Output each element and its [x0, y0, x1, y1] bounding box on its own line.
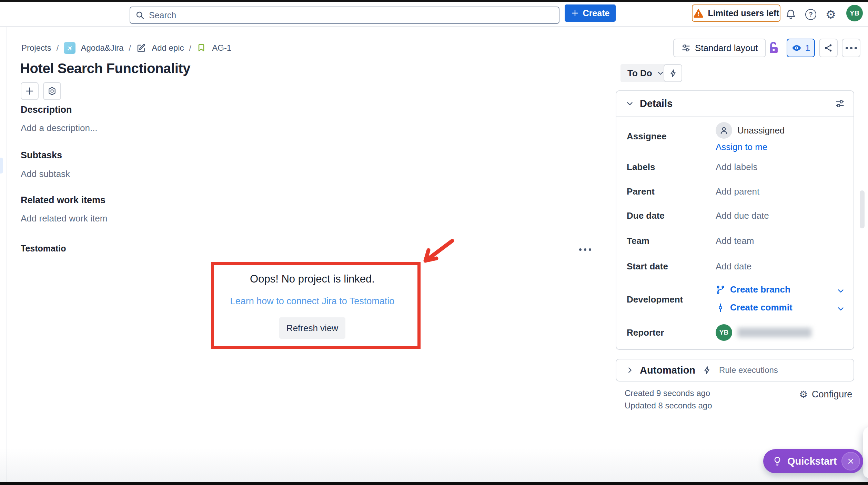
- rule-executions-link[interactable]: Rule executions: [719, 365, 778, 375]
- breadcrumb: Projects / ✈ Agoda&Jira / Add epic / AG-…: [21, 41, 231, 55]
- user-avatar-initials: YB: [850, 9, 859, 17]
- hexagon-target-icon: [47, 86, 57, 96]
- lightning-icon: [702, 366, 711, 375]
- add-subtask[interactable]: Add subtask: [21, 169, 70, 179]
- plus-icon: [571, 9, 579, 17]
- window-bottom-bar: [0, 482, 868, 485]
- branch-icon: [716, 285, 725, 295]
- warning-icon: [693, 8, 704, 18]
- automation-title: Automation: [640, 365, 695, 376]
- reporter-value[interactable]: YB: [716, 324, 811, 341]
- create-branch-row: Create branch: [716, 284, 790, 295]
- connect-help-link[interactable]: Learn how to connect Jira to Testomatio: [230, 296, 395, 307]
- testomatio-error-box: Oops! No project is linked. Learn how to…: [211, 262, 421, 349]
- sidebar-expand-tab[interactable]: [0, 158, 3, 174]
- breadcrumb-project-name[interactable]: Agoda&Jira: [81, 43, 123, 53]
- parent-label: Parent: [627, 185, 655, 198]
- breadcrumb-issue-key[interactable]: AG-1: [212, 43, 231, 53]
- related-items-heading: Related work items: [21, 195, 105, 206]
- more-actions-button[interactable]: [842, 39, 860, 57]
- team-value[interactable]: Add team: [716, 235, 754, 247]
- notifications-button[interactable]: [783, 7, 798, 22]
- reporter-name-redacted: [737, 328, 811, 337]
- scrollbar-thumb[interactable]: [860, 190, 865, 228]
- create-button-label: Create: [583, 8, 610, 18]
- assign-to-me-link[interactable]: Assign to me: [716, 141, 767, 153]
- start-date-value[interactable]: Add date: [716, 260, 751, 273]
- jira-issue-page: Create Limited users left ? ⚙ YB Project…: [0, 0, 868, 485]
- chevron-down-icon: [625, 99, 634, 108]
- breadcrumb-projects[interactable]: Projects: [21, 43, 51, 53]
- status-label: To Do: [627, 68, 652, 79]
- quickstart-label: Quickstart: [787, 456, 837, 467]
- quickstart-panel-edge: [863, 427, 868, 478]
- start-date-label: Start date: [627, 260, 668, 273]
- add-related-item[interactable]: Add related work item: [21, 213, 107, 224]
- watchers-count: 1: [805, 43, 810, 53]
- configure-button[interactable]: ⚙ Configure: [799, 389, 852, 400]
- bookmark-icon: [196, 43, 207, 53]
- search-icon: [135, 10, 145, 20]
- assignee-label: Assignee: [627, 130, 667, 142]
- create-commit-label: Create commit: [730, 302, 793, 313]
- due-date-value[interactable]: Add due date: [716, 209, 769, 222]
- global-search: [130, 7, 559, 24]
- close-icon[interactable]: [841, 452, 860, 471]
- create-commit-row: Create commit: [716, 302, 793, 313]
- question-icon: ?: [805, 9, 816, 20]
- reporter-avatar-initials: YB: [719, 329, 728, 336]
- updated-timestamp: Updated 8 seconds ago: [625, 401, 712, 410]
- chevron-down-icon[interactable]: [836, 286, 845, 295]
- add-button[interactable]: [21, 82, 39, 100]
- unlocked-icon[interactable]: [766, 40, 781, 56]
- title-actions: [21, 82, 61, 100]
- collapsed-sidebar-rail: [0, 27, 7, 482]
- chevron-down-icon[interactable]: [836, 304, 845, 313]
- labels-value[interactable]: Add labels: [716, 161, 757, 173]
- testomatio-heading: Testomatio: [21, 244, 66, 254]
- user-avatar[interactable]: YB: [846, 5, 863, 21]
- search-input[interactable]: [130, 7, 559, 24]
- create-button[interactable]: Create: [565, 4, 616, 22]
- create-branch-link[interactable]: Create branch: [716, 284, 790, 295]
- gear-icon: ⚙: [826, 9, 836, 20]
- configure-label: Configure: [812, 389, 852, 400]
- error-title: Oops! No project is linked.: [250, 273, 375, 285]
- chevron-right-icon: [625, 366, 634, 375]
- page-title[interactable]: Hotel Search Functionality: [20, 61, 190, 76]
- assignee-name: Unassigned: [737, 125, 785, 136]
- reporter-label: Reporter: [627, 326, 664, 339]
- sliders-icon: [682, 43, 690, 52]
- airplane-icon: ✈: [65, 43, 74, 52]
- quickstart-button[interactable]: Quickstart: [763, 449, 863, 473]
- limited-users-button[interactable]: Limited users left: [692, 4, 780, 22]
- assignee-value[interactable]: Unassigned: [716, 122, 785, 139]
- breadcrumb-add-epic[interactable]: Add epic: [152, 43, 184, 53]
- description-placeholder[interactable]: Add a description...: [21, 123, 98, 133]
- labels-label: Labels: [627, 161, 655, 173]
- development-label: Development: [627, 293, 683, 306]
- automation-panel[interactable]: Automation Rule executions: [616, 359, 854, 382]
- standard-layout-button[interactable]: Standard layout: [673, 39, 766, 57]
- gear-icon: ⚙: [799, 390, 808, 399]
- due-date-label: Due date: [627, 209, 665, 222]
- help-button[interactable]: ?: [803, 7, 818, 22]
- apps-button[interactable]: [43, 82, 61, 100]
- details-header[interactable]: Details: [616, 91, 854, 117]
- team-label: Team: [627, 235, 649, 247]
- refresh-view-button[interactable]: Refresh view: [279, 317, 345, 339]
- watchers-button[interactable]: 1: [787, 39, 815, 57]
- testomatio-more-button[interactable]: [576, 246, 594, 254]
- create-commit-link[interactable]: Create commit: [716, 302, 793, 313]
- edit-epic-icon: [136, 43, 147, 53]
- automation-lightning-button[interactable]: [664, 64, 682, 82]
- subtasks-heading: Subtasks: [21, 150, 62, 161]
- parent-value[interactable]: Add parent: [716, 185, 759, 198]
- details-config-button[interactable]: [835, 99, 845, 108]
- share-button[interactable]: [819, 39, 838, 57]
- bell-icon: [785, 9, 797, 20]
- breadcrumb-separator: /: [189, 43, 192, 53]
- project-avatar[interactable]: ✈: [64, 42, 75, 54]
- bottom-vignette: [0, 448, 868, 482]
- settings-button[interactable]: ⚙: [823, 7, 838, 22]
